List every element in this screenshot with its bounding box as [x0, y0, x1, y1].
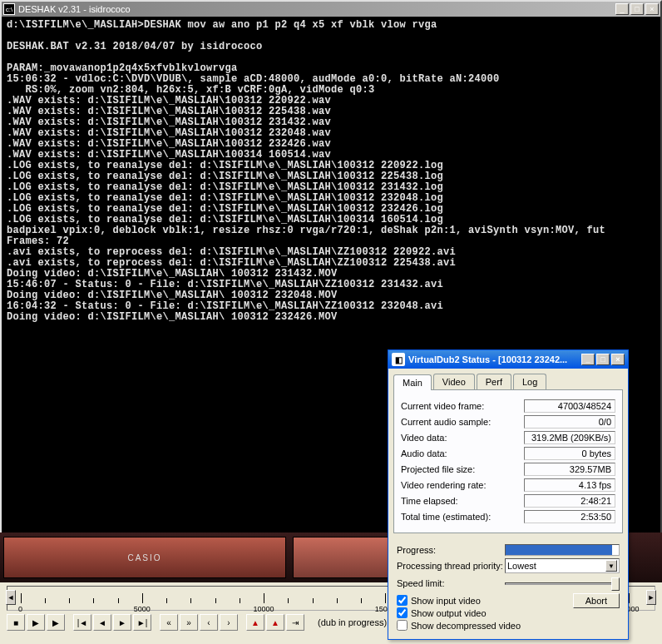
- thumb-label: CASIO: [127, 553, 161, 562]
- console-title: DESHAK v2.31 - isidrococo: [18, 4, 131, 14]
- slider-thumb[interactable]: [611, 577, 620, 591]
- tick-label: 10000: [254, 605, 274, 613]
- progress-fill: [506, 545, 612, 555]
- transport-toolbar: ■ ▶ ▶ |◄ ◄ ► ►| « » ‹ › ▲ ▲ ⇥: [7, 614, 304, 631]
- stat-row: Total time (estimated):2:53:50: [401, 510, 615, 523]
- stat-row: Video data:319.2MB (209KB/s): [401, 431, 615, 444]
- priority-label: Processing thread priority:: [397, 561, 505, 571]
- step-back-button[interactable]: ◄: [93, 614, 111, 631]
- stat-label: Current video frame:: [401, 401, 484, 411]
- input-preview: CASIO: [3, 537, 286, 578]
- go-start-button[interactable]: |◄: [73, 614, 91, 631]
- vd-tabs: Main Video Perf Log: [393, 374, 623, 389]
- play-input-button[interactable]: ▶: [27, 614, 45, 631]
- ruler-left-button[interactable]: ◄: [6, 590, 16, 605]
- chk-show-output[interactable]: [397, 607, 408, 618]
- mark-out-button[interactable]: ▲: [266, 614, 284, 631]
- stat-row: Projected file size:329.57MB: [401, 463, 615, 476]
- vd-main-panel: Current video frame:47003/48524Current a…: [393, 389, 623, 533]
- stat-value: 0 bytes: [524, 447, 615, 460]
- stat-value: 329.57MB: [524, 463, 615, 476]
- stat-label: Video data:: [401, 433, 447, 443]
- chevron-down-icon: ▼: [605, 560, 617, 572]
- vd-minimize-button[interactable]: _: [581, 354, 595, 365]
- stat-label: Audio data:: [401, 448, 447, 458]
- go-end-button[interactable]: ►|: [133, 614, 151, 631]
- speed-slider[interactable]: [505, 576, 620, 591]
- abort-button[interactable]: Abort: [573, 593, 620, 608]
- chk-show-input-label: Show input video: [411, 596, 481, 606]
- tab-log[interactable]: Log: [513, 374, 546, 389]
- stat-label: Video rendering rate:: [401, 480, 487, 490]
- stat-label: Current audio sample:: [401, 417, 491, 427]
- progress-bar: [505, 544, 620, 556]
- stat-value: 4.13 fps: [524, 478, 615, 492]
- priority-combo[interactable]: Lowest ▼: [505, 558, 620, 573]
- stat-row: Video rendering rate:4.13 fps: [401, 478, 615, 492]
- ruler-right-button[interactable]: ►: [646, 590, 656, 605]
- chk-show-input[interactable]: [397, 595, 408, 606]
- vd-lower-panel: Progress: Processing thread priority: Lo…: [388, 538, 628, 639]
- tab-main[interactable]: Main: [393, 374, 432, 390]
- stop-button[interactable]: ■: [7, 614, 25, 631]
- play-output-button[interactable]: ▶: [47, 614, 65, 631]
- stat-row: Time elapsed:2:48:21: [401, 494, 615, 508]
- vd-app-icon: ◧: [392, 353, 405, 366]
- stat-row: Current audio sample:0/0: [401, 415, 615, 429]
- goto-button[interactable]: ⇥: [286, 614, 304, 631]
- vd-status-dialog: ◧ VirtualDub2 Status - [100312 23242... …: [388, 349, 629, 640]
- chk-show-decomp[interactable]: [397, 620, 408, 631]
- cmd-icon: c:\: [3, 3, 15, 15]
- stat-label: Projected file size:: [401, 464, 475, 474]
- chk-show-output-label: Show output video: [411, 608, 487, 618]
- mark-in-button[interactable]: ▲: [246, 614, 264, 631]
- step-fwd-button[interactable]: ►: [113, 614, 131, 631]
- stat-row: Audio data:0 bytes: [401, 447, 615, 460]
- status-text: (dub in progress): [318, 617, 387, 627]
- tab-video[interactable]: Video: [433, 374, 475, 389]
- priority-value: Lowest: [507, 561, 536, 571]
- chk-show-decomp-label: Show decompressed video: [411, 621, 521, 631]
- stat-value: 319.2MB (209KB/s): [524, 431, 615, 444]
- speed-label: Speed limit:: [397, 578, 505, 588]
- stat-value: 47003/48524: [524, 399, 615, 413]
- tab-perf[interactable]: Perf: [477, 374, 511, 389]
- next-key-button[interactable]: »: [180, 614, 198, 631]
- stat-value: 2:48:21: [524, 494, 615, 508]
- tick-label: 0: [18, 605, 22, 613]
- stat-value: 0/0: [524, 415, 615, 429]
- vd-titlebar[interactable]: ◧ VirtualDub2 Status - [100312 23242... …: [388, 350, 628, 369]
- stat-value: 2:53:50: [524, 510, 615, 523]
- next-drop-button[interactable]: ›: [220, 614, 238, 631]
- stat-label: Time elapsed:: [401, 496, 458, 506]
- vd-title-text: VirtualDub2 Status - [100312 23242...: [408, 354, 567, 364]
- vd-maximize-button[interactable]: □: [596, 354, 610, 365]
- maximize-button[interactable]: □: [630, 3, 644, 15]
- prev-drop-button[interactable]: ‹: [200, 614, 218, 631]
- progress-label: Progress:: [397, 545, 505, 555]
- console-titlebar[interactable]: c:\ DESHAK v2.31 - isidrococo _ □ ×: [2, 2, 660, 17]
- slider-track: [505, 582, 620, 585]
- prev-key-button[interactable]: «: [160, 614, 178, 631]
- vd-close-button[interactable]: ×: [611, 354, 625, 365]
- tick-label: 5000: [134, 605, 151, 613]
- stat-label: Total time (estimated):: [401, 512, 491, 522]
- minimize-button[interactable]: _: [615, 3, 629, 15]
- close-button[interactable]: ×: [645, 3, 659, 15]
- stat-row: Current video frame:47003/48524: [401, 399, 615, 413]
